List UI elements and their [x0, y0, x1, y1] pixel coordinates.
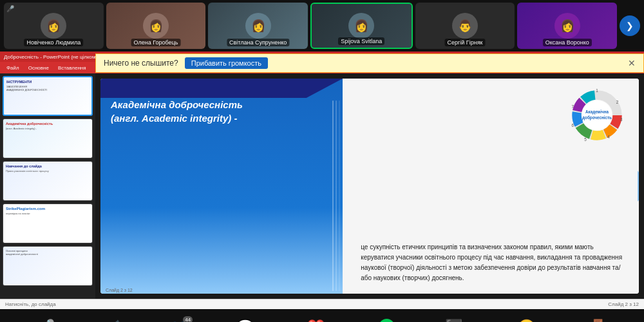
svg-text:6: 6	[571, 123, 574, 128]
mic-muted-icon-1: 🎤	[6, 5, 14, 12]
video-tile-4[interactable]: 👩 Spijova Svitlana	[310, 3, 413, 49]
mic-muted-icon: 🎤	[37, 319, 55, 322]
taskbar-apps[interactable]: ⬛ Приложения	[435, 319, 473, 322]
react-icon: ❤️	[307, 319, 325, 322]
nav-arrow-right[interactable]: ❯	[620, 15, 640, 36]
svg-text:2: 2	[616, 100, 619, 104]
notification-bar: Ничего не слышите? Прибавить громкость ✕	[95, 53, 644, 73]
video-tile-3[interactable]: 👩 Світлана Супруненко	[208, 3, 308, 49]
active-slide: Академічна доброчесність (англ. Academic…	[100, 79, 639, 294]
video-tile-5[interactable]: 👨 Сергій Гірняк	[415, 3, 515, 49]
slide-decorative-lines	[330, 98, 343, 294]
participant-name-4: Spijova Svitlana	[338, 37, 384, 45]
taskbar-share[interactable]: ⬆ Поделиться	[369, 319, 405, 322]
slide-thumb-5[interactable]: Основні принципиакадемічної доброчесност…	[3, 246, 93, 286]
slide-progress-text: Слайд 2 з 12	[608, 301, 639, 307]
avatar-1: 👩	[41, 13, 66, 39]
taskbar-exit[interactable]: 🚪 Выйти	[580, 319, 616, 322]
notification-close-button[interactable]: ✕	[628, 58, 636, 68]
main-area: ІНСТРУМЕНТИ ЗАБЕЗПЕЧЕННЯАКАДЕМІЧНОЇ ДОБР…	[0, 73, 644, 299]
svg-text:3: 3	[620, 117, 623, 122]
slide-left-panel: Академічна доброчесність (англ. Academic…	[100, 79, 343, 294]
participant-name-1: Новіченко Людмила	[24, 39, 83, 46]
apps-icon: ⬛	[445, 319, 462, 322]
share-icon: ⬆	[379, 319, 395, 322]
academic-integrity-chart: 1 2 3 4 5 6 7 Академічна доброчесність	[568, 86, 626, 144]
taskbar-react[interactable]: ❤️ Отреагировать	[294, 319, 339, 322]
video-tile-1[interactable]: 🎤 👩 Новіченко Людмила	[4, 3, 104, 49]
svg-text:1: 1	[596, 88, 598, 93]
notification-volume-button[interactable]: Прибавить громкость	[185, 57, 268, 69]
slide-footer-text: Натисніть, до слайда	[5, 301, 56, 307]
slide-presentation-area: Академічна доброчесність (англ. Academic…	[95, 73, 644, 299]
svg-text:Академічна: Академічна	[585, 109, 609, 115]
participants-badge: 44	[183, 316, 193, 322]
more-icon: 😊	[518, 319, 535, 322]
slide-thumb-1[interactable]: ІНСТРУМЕНТИ ЗАБЕЗПЕЧЕННЯАКАДЕМІЧНОЇ ДОБР…	[3, 76, 93, 116]
slide-number: Слайд 2 з 12	[106, 288, 133, 292]
avatar-3: 👩	[245, 13, 271, 39]
slide-arrow-divider	[638, 171, 639, 202]
avatar-6: 👩	[554, 13, 580, 39]
ppt-tab-file[interactable]: Файл	[3, 64, 23, 71]
taskbar-video[interactable]: 📹 Відео	[95, 319, 131, 322]
slide-right-panel: 1 2 3 4 5 6 7 Академічна доброчесність	[343, 79, 639, 294]
avatar-4: 👩	[348, 13, 374, 39]
participant-name-6: Оксана Воронко	[543, 39, 592, 46]
chevron-right-icon: ❯	[626, 21, 634, 31]
video-icon: 📹	[104, 319, 121, 322]
slide-thumb-2[interactable]: Академічна доброчесність (англ. Academic…	[3, 118, 93, 158]
participant-name-5: Сергій Гірняк	[445, 39, 486, 46]
svg-text:4: 4	[607, 135, 610, 139]
slide-thumbnail-panel: ІНСТРУМЕНТИ ЗАБЕЗПЕЧЕННЯАКАДЕМІЧНОЇ ДОБР…	[0, 73, 95, 299]
avatar-2: 👩	[143, 13, 169, 39]
avatar-5: 👨	[452, 13, 478, 39]
exit-icon: 🚪	[589, 319, 607, 322]
taskbar-more[interactable]: 😊 Дополнительно	[503, 319, 549, 322]
notification-text: Ничего не слышите?	[104, 59, 178, 68]
slide-body-text: це сукупність етичних принципів та визна…	[361, 242, 629, 283]
slide-thumb-4[interactable]: StrikePlagiarism.com перевірка на плагіа…	[3, 204, 93, 243]
taskbar-audio[interactable]: 🎤 Звук	[28, 319, 64, 322]
taskbar-chat[interactable]: 💬 Чат	[227, 319, 263, 322]
slide-top-banner	[100, 79, 343, 98]
video-tile-6[interactable]: 👩 Оксана Воронко	[517, 3, 617, 49]
slide-thumb-3[interactable]: Навчання до слайда Права учасників освіт…	[3, 161, 93, 201]
ppt-tab-home[interactable]: Основне	[24, 64, 53, 71]
ppt-tab-insert[interactable]: Вставлення	[54, 64, 90, 71]
svg-text:5: 5	[584, 137, 587, 142]
video-tile-2[interactable]: 👩 Олена Горобець	[106, 3, 206, 49]
participant-name-2: Олена Горобець	[131, 39, 181, 46]
video-strip: 🎤 👩 Новіченко Людмила 👩 Олена Горобець 👩…	[0, 0, 644, 52]
svg-text:7: 7	[571, 104, 574, 109]
participant-name-3: Світлана Супруненко	[227, 39, 289, 46]
chat-icon: 💬	[236, 319, 254, 322]
taskbar: 🎤 Звук 📹 Відео 👥 44 Учасники 💬 Чат ❤️ От…	[0, 309, 644, 322]
slide-footer-bar: Натисніть, до слайда Слайд 2 з 12	[0, 299, 644, 309]
slide-main-title: Академічна доброчесність (англ. Academic…	[111, 98, 332, 125]
svg-text:доброчесність: доброчесність	[582, 115, 612, 120]
taskbar-participants[interactable]: 👥 44 Учасники	[161, 319, 197, 322]
